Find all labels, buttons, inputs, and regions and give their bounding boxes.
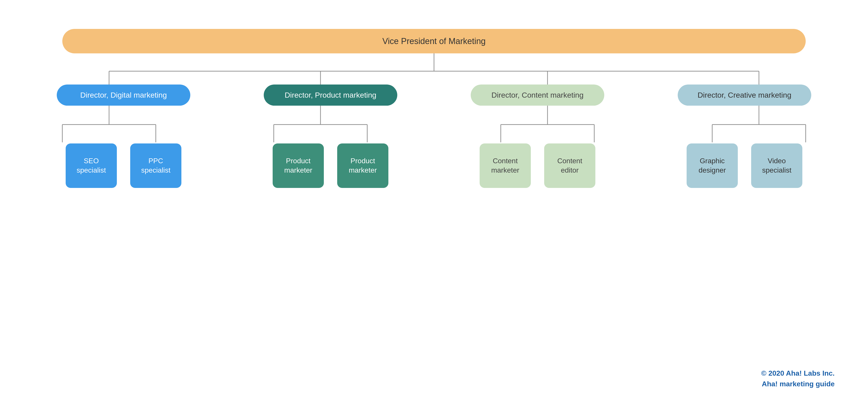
vp-node: Vice President of Marketing: [62, 29, 806, 54]
specialist-pm2-label: Productmarketer: [349, 156, 377, 175]
connector-lines: [0, 0, 868, 407]
specialist-row-creative: Graphicdesigner Videospecialist: [687, 143, 802, 188]
specialist-ce-label: Contenteditor: [557, 156, 582, 175]
footer-line1: © 2020 Aha! Labs Inc.: [761, 368, 835, 378]
specialist-pm1-label: Productmarketer: [284, 156, 312, 175]
specialist-row-product: Productmarketer Productmarketer: [273, 143, 389, 188]
specialist-vs-label: Videospecialist: [762, 156, 792, 175]
director-product-node: Director, Product marketing: [264, 84, 397, 106]
footer: © 2020 Aha! Labs Inc. Aha! marketing gui…: [761, 368, 835, 389]
specialist-graphic-designer: Graphicdesigner: [687, 143, 738, 188]
director-digital-label: Director, Digital marketing: [80, 91, 167, 99]
specialist-seo: SEOspecialist: [66, 143, 117, 188]
director-content-node: Director, Content marketing: [471, 84, 604, 106]
director-digital-node: Director, Digital marketing: [57, 84, 190, 106]
director-col-content: Director, Content marketing Contentmarke…: [434, 84, 641, 188]
director-col-creative: Director, Creative marketing Graphicdesi…: [641, 84, 848, 188]
specialist-row-digital: SEOspecialist PPCspecialist: [66, 143, 181, 188]
specialist-content-editor: Contenteditor: [544, 143, 595, 188]
director-content-label: Director, Content marketing: [491, 91, 584, 99]
specialist-cm-label: Contentmarketer: [491, 156, 519, 175]
specialist-seo-label: SEOspecialist: [76, 156, 106, 175]
director-col-product: Director, Product marketing Productmarke…: [227, 84, 434, 188]
director-product-label: Director, Product marketing: [285, 91, 376, 99]
director-creative-label: Director, Creative marketing: [698, 91, 791, 99]
specialist-ppc-label: PPCspecialist: [141, 156, 170, 175]
vp-label: Vice President of Marketing: [382, 36, 486, 46]
footer-line2: Aha! marketing guide: [761, 378, 835, 389]
specialist-ppc: PPCspecialist: [130, 143, 181, 188]
specialist-content-marketer: Contentmarketer: [479, 143, 531, 188]
specialist-gd-label: Graphicdesigner: [699, 156, 726, 175]
org-chart: Vice President of Marketing Director, Di…: [0, 0, 868, 407]
director-creative-node: Director, Creative marketing: [678, 84, 811, 106]
specialist-product-marketer-1: Productmarketer: [273, 143, 324, 188]
director-col-digital: Director, Digital marketing SEOspecialis…: [20, 84, 227, 188]
specialist-video-specialist: Videospecialist: [751, 143, 802, 188]
specialist-row-content: Contentmarketer Contenteditor: [479, 143, 595, 188]
specialist-product-marketer-2: Productmarketer: [337, 143, 389, 188]
